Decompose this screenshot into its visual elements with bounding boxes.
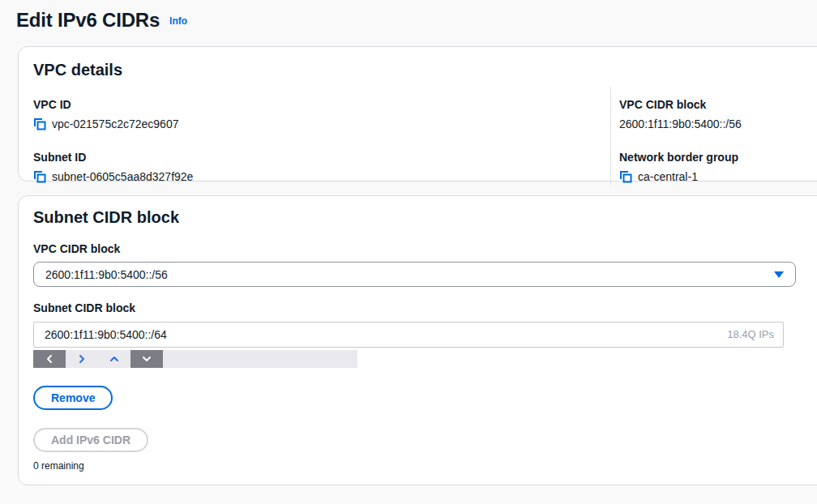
network-border-group-value: ca-central-1 (638, 169, 698, 185)
copy-icon[interactable] (619, 170, 632, 183)
page-title: Edit IPv6 CIDRs (16, 9, 160, 32)
vpc-details-card: VPC details VPC ID vpc-021575c2c72ec9607… (18, 46, 817, 182)
vpc-cidr-select-label: VPC CIDR block (33, 241, 817, 257)
add-button-row: Add IPv6 CIDR (33, 410, 817, 452)
vpc-details-left-column: VPC ID vpc-021575c2c72ec9607 Subnet ID s… (33, 87, 610, 186)
subnet-id-label: Subnet ID (33, 149, 610, 165)
subnet-cidr-input-wrap: 18.4Q IPs (33, 316, 784, 348)
subnet-cidr-heading: Subnet CIDR block (33, 207, 817, 228)
chevron-down-icon[interactable] (130, 350, 163, 368)
vpc-cidr-select-value: 2600:1f11:9b0:5400::/56 (45, 268, 168, 281)
vpc-id-field: VPC ID vpc-021575c2c72ec9607 (33, 96, 610, 133)
vpc-details-heading: VPC details (33, 59, 817, 80)
vpc-details-right-column: VPC CIDR block 2600:1f11:9b0:5400::/56 N… (610, 87, 817, 186)
chevron-right-icon[interactable] (66, 350, 98, 368)
add-ipv6-cidr-button: Add IPv6 CIDR (33, 428, 148, 452)
vpc-cidr-select[interactable]: 2600:1f11:9b0:5400::/56 (33, 262, 796, 287)
subnet-cidr-input-label: Subnet CIDR block (33, 300, 817, 316)
remove-button-row: Remove (33, 368, 817, 410)
info-link[interactable]: Info (169, 15, 187, 27)
network-border-group-label: Network border group (619, 149, 817, 165)
vpc-id-value: vpc-021575c2c72ec9607 (52, 116, 178, 132)
subnet-cidr-input[interactable] (33, 322, 784, 348)
network-border-group-field: Network border group ca-central-1 (619, 149, 817, 186)
remaining-count-text: 0 remaining (33, 459, 817, 472)
vpc-cidr-block-field: VPC CIDR block 2600:1f11:9b0:5400::/56 (619, 96, 817, 133)
chevron-up-icon[interactable] (98, 350, 130, 368)
vpc-id-value-row: vpc-021575c2c72ec9607 (33, 115, 610, 133)
network-border-group-value-row: ca-central-1 (619, 168, 817, 186)
vpc-cidr-block-value-row: 2600:1f11:9b0:5400::/56 (619, 115, 817, 133)
page-header: Edit IPv6 CIDRs Info (16, 9, 187, 32)
vpc-cidr-block-label: VPC CIDR block (619, 96, 817, 113)
vpc-details-columns: VPC ID vpc-021575c2c72ec9607 Subnet ID s… (33, 87, 817, 186)
vpc-cidr-block-value: 2600:1f11:9b0:5400::/56 (619, 116, 742, 132)
caret-down-icon (774, 271, 784, 278)
subnet-id-value: subnet-0605c5aa8d327f92e (52, 169, 193, 185)
copy-icon[interactable] (33, 117, 46, 130)
vpc-id-label: VPC ID (33, 96, 610, 113)
subnet-id-value-row: subnet-0605c5aa8d327f92e (33, 168, 610, 186)
subnet-id-field: Subnet ID subnet-0605c5aa8d327f92e (33, 149, 610, 186)
remove-button[interactable]: Remove (33, 386, 113, 410)
subnet-cidr-card: Subnet CIDR block VPC CIDR block 2600:1f… (18, 195, 817, 485)
cidr-stepper-strip (33, 350, 357, 368)
copy-icon[interactable] (33, 170, 46, 183)
chevron-left-icon[interactable] (33, 350, 66, 368)
